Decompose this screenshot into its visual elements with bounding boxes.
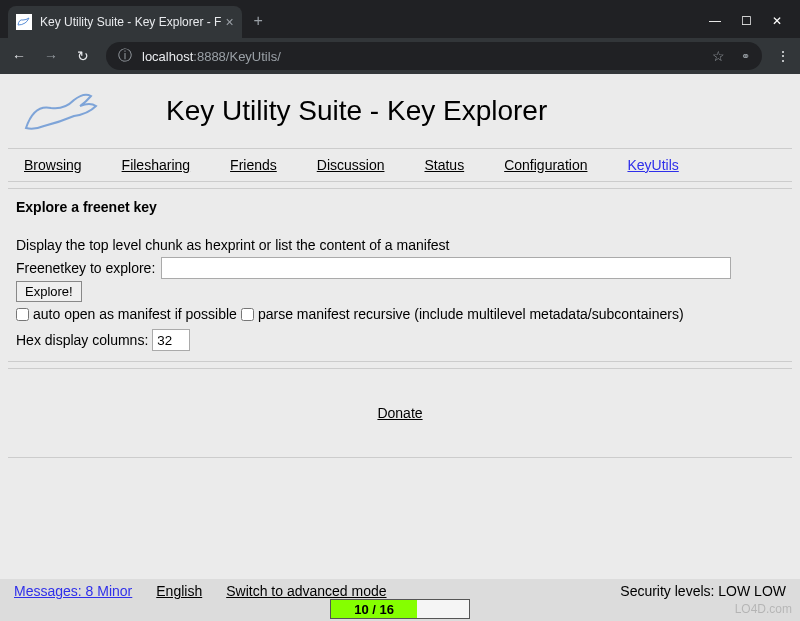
panel-description: Display the top level chunk as hexprint …: [16, 237, 784, 253]
main-navigation: Browsing Filesharing Friends Discussion …: [8, 148, 792, 182]
browser-tab[interactable]: Key Utility Suite - Key Explorer - F ×: [8, 6, 242, 38]
auto-open-label: auto open as manifest if possible: [33, 304, 237, 325]
bookmark-icon[interactable]: ☆: [712, 48, 725, 64]
forward-icon[interactable]: →: [42, 48, 60, 64]
maximize-icon[interactable]: ☐: [741, 14, 752, 28]
tab-title: Key Utility Suite - Key Explorer - F: [40, 15, 221, 29]
address-bar[interactable]: ⓘ localhost:8888/KeyUtils/ ☆ ⚭: [106, 42, 762, 70]
explore-button[interactable]: Explore!: [16, 281, 82, 302]
reload-icon[interactable]: ↻: [74, 48, 92, 64]
back-icon[interactable]: ←: [10, 48, 28, 64]
window-controls: — ☐ ✕: [709, 14, 800, 38]
language-link[interactable]: English: [156, 583, 202, 599]
nav-configuration[interactable]: Configuration: [504, 157, 587, 173]
donate-link[interactable]: Donate: [377, 405, 422, 421]
page-content: Key Utility Suite - Key Explorer Browsin…: [0, 74, 800, 466]
nav-keyutils[interactable]: KeyUtils: [627, 157, 678, 173]
site-info-icon[interactable]: ⓘ: [118, 47, 132, 65]
hex-columns-label: Hex display columns:: [16, 330, 148, 351]
nav-discussion[interactable]: Discussion: [317, 157, 385, 173]
nav-friends[interactable]: Friends: [230, 157, 277, 173]
watermark: LO4D.com: [735, 602, 792, 616]
donate-panel: Donate: [8, 368, 792, 458]
progress-fill: 10 / 16: [331, 600, 417, 618]
freenet-logo-icon: [16, 86, 106, 136]
nav-filesharing[interactable]: Filesharing: [122, 157, 190, 173]
freenet-key-input[interactable]: [161, 257, 731, 279]
explore-panel: Explore a freenet key Display the top le…: [8, 188, 792, 362]
parse-recursive-checkbox[interactable]: [241, 308, 254, 321]
security-levels-label: Security levels: LOW LOW: [620, 583, 786, 599]
new-tab-icon[interactable]: +: [254, 12, 263, 38]
hex-columns-input[interactable]: [152, 329, 190, 351]
page-header: Key Utility Suite - Key Explorer: [8, 82, 792, 140]
url-text: localhost:8888/KeyUtils/: [142, 49, 281, 64]
key-input-label: Freenetkey to explore:: [16, 260, 155, 276]
messages-link[interactable]: Messages: 8 Minor: [14, 583, 132, 599]
close-window-icon[interactable]: ✕: [772, 14, 782, 28]
panel-heading: Explore a freenet key: [16, 199, 784, 215]
browser-titlebar: Key Utility Suite - Key Explorer - F × +…: [0, 0, 800, 38]
progress-text: 10 / 16: [354, 602, 394, 617]
browser-toolbar: ← → ↻ ⓘ localhost:8888/KeyUtils/ ☆ ⚭ ⋮: [0, 38, 800, 74]
tab-favicon-icon: [16, 14, 32, 30]
nav-status[interactable]: Status: [424, 157, 464, 173]
extensions-icon[interactable]: ⚭: [741, 50, 750, 63]
menu-icon[interactable]: ⋮: [776, 48, 790, 64]
minimize-icon[interactable]: —: [709, 14, 721, 28]
nav-browsing[interactable]: Browsing: [24, 157, 82, 173]
page-title: Key Utility Suite - Key Explorer: [166, 95, 547, 127]
progress-indicator: 10 / 16: [330, 599, 470, 619]
parse-recursive-label: parse manifest recursive (include multil…: [258, 304, 684, 325]
mode-switch-link[interactable]: Switch to advanced mode: [226, 583, 386, 599]
auto-open-checkbox[interactable]: [16, 308, 29, 321]
close-icon[interactable]: ×: [225, 14, 233, 30]
